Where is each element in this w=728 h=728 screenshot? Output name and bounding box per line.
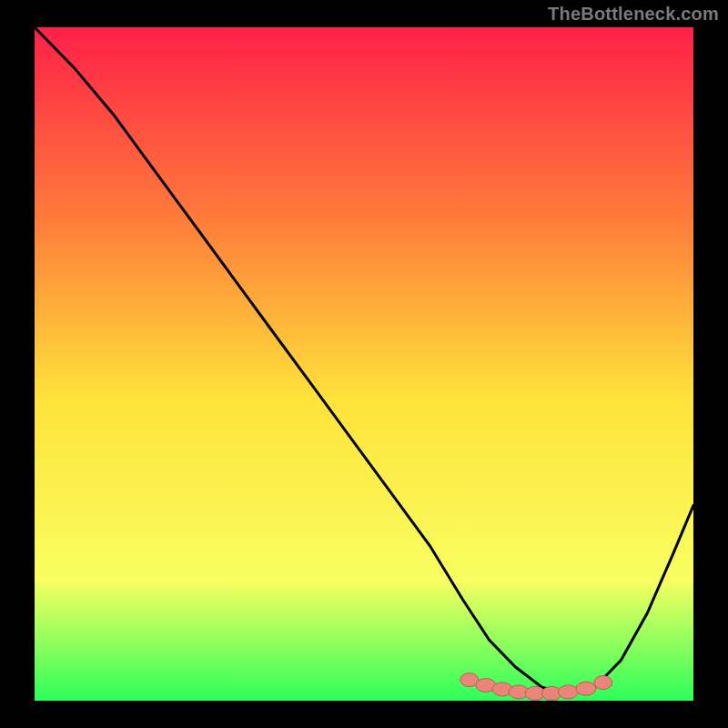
plot-gradient-bg <box>35 27 693 701</box>
valley-marker <box>594 676 612 690</box>
chart-svg <box>0 0 728 728</box>
valley-marker <box>576 682 596 695</box>
chart-frame: { "attribution": "TheBottleneck.com", "c… <box>0 0 728 728</box>
valley-marker <box>558 685 578 699</box>
